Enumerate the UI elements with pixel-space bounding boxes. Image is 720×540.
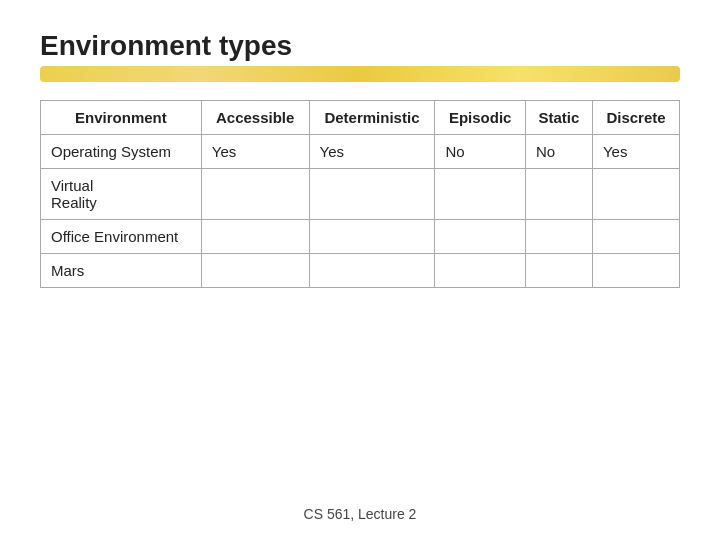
cell-episodic bbox=[435, 220, 526, 254]
table-row: Office Environment bbox=[41, 220, 680, 254]
page-title: Environment types bbox=[40, 30, 680, 62]
cell-environment: Mars bbox=[41, 254, 202, 288]
col-header-environment: Environment bbox=[41, 101, 202, 135]
cell-deterministic bbox=[309, 220, 435, 254]
cell-environment: Operating System bbox=[41, 135, 202, 169]
cell-static bbox=[525, 169, 592, 220]
table-row: Operating SystemYesYesNoNoYes bbox=[41, 135, 680, 169]
cell-episodic: No bbox=[435, 135, 526, 169]
footer-text: CS 561, Lecture 2 bbox=[304, 506, 417, 522]
cell-episodic bbox=[435, 169, 526, 220]
table-header-row: Environment Accessible Deterministic Epi… bbox=[41, 101, 680, 135]
title-section: Environment types bbox=[40, 30, 680, 82]
cell-accessible bbox=[201, 254, 309, 288]
table-row: Mars bbox=[41, 254, 680, 288]
cell-accessible bbox=[201, 169, 309, 220]
title-underline bbox=[40, 66, 680, 82]
col-header-deterministic: Deterministic bbox=[309, 101, 435, 135]
page: Environment types Environment Accessible… bbox=[0, 0, 720, 540]
cell-environment: VirtualReality bbox=[41, 169, 202, 220]
table-row: VirtualReality bbox=[41, 169, 680, 220]
cell-deterministic bbox=[309, 169, 435, 220]
cell-static bbox=[525, 220, 592, 254]
cell-deterministic bbox=[309, 254, 435, 288]
cell-deterministic: Yes bbox=[309, 135, 435, 169]
col-header-discrete: Discrete bbox=[592, 101, 679, 135]
environment-table: Environment Accessible Deterministic Epi… bbox=[40, 100, 680, 288]
cell-environment: Office Environment bbox=[41, 220, 202, 254]
table-wrapper: Environment Accessible Deterministic Epi… bbox=[40, 100, 680, 288]
cell-accessible: Yes bbox=[201, 135, 309, 169]
col-header-static: Static bbox=[525, 101, 592, 135]
col-header-episodic: Episodic bbox=[435, 101, 526, 135]
cell-static bbox=[525, 254, 592, 288]
cell-episodic bbox=[435, 254, 526, 288]
cell-static: No bbox=[525, 135, 592, 169]
cell-discrete bbox=[592, 169, 679, 220]
cell-discrete: Yes bbox=[592, 135, 679, 169]
cell-discrete bbox=[592, 220, 679, 254]
footer: CS 561, Lecture 2 bbox=[0, 506, 720, 522]
cell-accessible bbox=[201, 220, 309, 254]
col-header-accessible: Accessible bbox=[201, 101, 309, 135]
cell-discrete bbox=[592, 254, 679, 288]
